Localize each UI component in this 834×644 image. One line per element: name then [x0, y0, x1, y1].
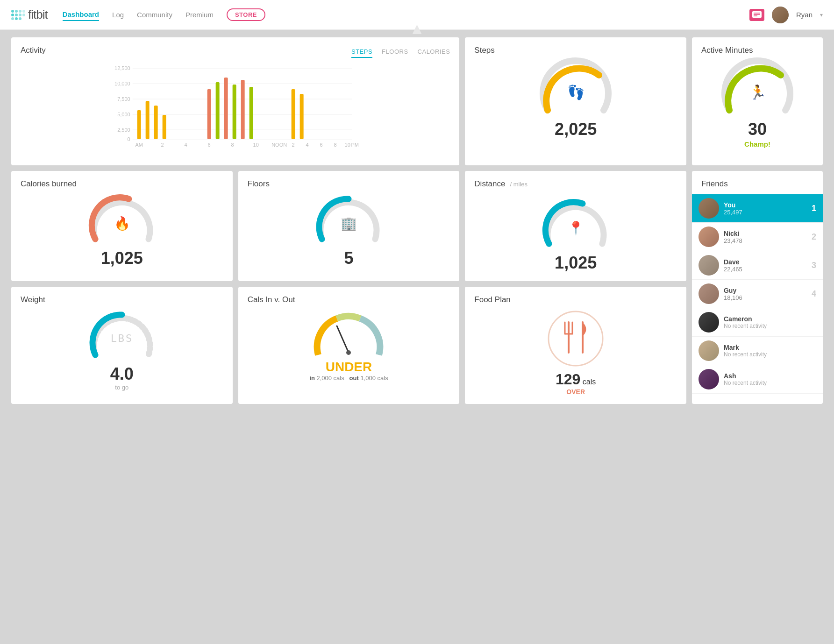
champ-label: Champ! — [744, 140, 770, 148]
friend-item-cameron[interactable]: Cameron No recent activity — [692, 308, 823, 337]
floors-title: Floors — [248, 179, 270, 188]
floors-gauge-svg: 🏢 — [314, 192, 384, 248]
friend-item-nicki[interactable]: Nicki 23,478 2 — [692, 223, 823, 251]
friend-avatar-nicki — [699, 226, 719, 247]
activity-title: Activity — [21, 46, 46, 55]
friend-info-cameron: Cameron No recent activity — [724, 315, 816, 329]
steps-gauge-svg: 👣 — [538, 59, 613, 120]
cals-status: UNDER — [326, 360, 372, 375]
avatar[interactable] — [772, 7, 789, 23]
friend-info-ash: Ash No recent activity — [724, 372, 816, 386]
friend-steps-you: 25,497 — [724, 209, 802, 216]
active-minutes-gauge-svg: 🏃 — [720, 59, 795, 120]
logo-text: fitbit — [28, 7, 48, 22]
food-plan-icon-svg — [545, 308, 606, 369]
nav-dashboard[interactable]: Dashboard — [63, 8, 99, 21]
cals-in-out-title: Cals In v. Out — [248, 295, 295, 304]
friend-item-dave[interactable]: Dave 22,465 3 — [692, 251, 823, 280]
logo[interactable]: fitbit — [11, 7, 48, 22]
calories-burned-gauge: 🔥 1,025 — [21, 189, 223, 268]
friend-steps-nicki: 23,478 — [724, 237, 802, 244]
distance-title: Distance — [474, 179, 505, 189]
friend-avatar-ash — [699, 369, 719, 389]
username[interactable]: Ryan — [796, 11, 813, 19]
svg-text:4: 4 — [185, 142, 187, 148]
friend-activity-ash: No recent activity — [724, 380, 816, 386]
friend-item-you[interactable]: You 25,497 1 — [692, 194, 823, 223]
friend-avatar-guy — [699, 283, 719, 304]
friends-title: Friends — [692, 171, 823, 194]
friend-avatar-you — [699, 198, 719, 219]
activity-chart: 12,500 10,000 7,500 5,000 2,500 0 — [21, 64, 450, 157]
svg-text:2: 2 — [292, 142, 295, 148]
svg-text:🏢: 🏢 — [341, 216, 357, 231]
store-button[interactable]: STORE — [227, 8, 265, 21]
friend-item-ash[interactable]: Ash No recent activity — [692, 365, 823, 394]
weight-label: to go — [115, 384, 128, 391]
active-minutes-title: Active Minutes — [701, 46, 753, 55]
svg-text:10: 10 — [253, 142, 259, 148]
chat-icon — [752, 11, 762, 19]
friend-rank-dave: 3 — [807, 261, 816, 270]
food-plan-unit: cals — [583, 378, 596, 386]
svg-rect-21 — [216, 82, 220, 139]
svg-line-47 — [337, 326, 349, 353]
svg-text:8: 8 — [231, 142, 234, 148]
friend-rank-guy: 4 — [807, 289, 816, 299]
svg-rect-24 — [241, 80, 245, 139]
friend-name-you: You — [724, 201, 802, 209]
svg-rect-17 — [146, 101, 150, 139]
activity-chart-svg: 12,500 10,000 7,500 5,000 2,500 0 — [21, 64, 450, 150]
svg-rect-23 — [233, 85, 236, 139]
tab-floors[interactable]: FLOORS — [382, 48, 408, 58]
svg-text:6: 6 — [320, 142, 323, 148]
steps-value: 2,025 — [555, 120, 597, 139]
friend-name-nicki: Nicki — [724, 230, 802, 237]
svg-text:12,500: 12,500 — [114, 65, 130, 71]
friend-avatar-cameron — [699, 312, 719, 333]
svg-text:10,000: 10,000 — [114, 81, 130, 86]
user-dropdown-icon[interactable]: ▾ — [820, 12, 823, 18]
nav-log[interactable]: Log — [112, 9, 124, 21]
tab-calories[interactable]: CALORIES — [418, 48, 450, 58]
distance-gauge-svg: 📍 — [541, 197, 611, 253]
food-plan-title: Food Plan — [474, 295, 511, 304]
cals-gauge-svg — [311, 308, 386, 360]
dashboard-content: Activity STEPS FLOORS CALORIES — [0, 30, 834, 415]
steps-gauge: 👣 2,025 — [474, 55, 677, 139]
svg-text:🏃: 🏃 — [748, 84, 766, 101]
nav-links: Dashboard Log Community Premium STORE — [63, 8, 749, 21]
cals-in-out-card: Cals In v. Out UNDER in 2,000 cals out 1… — [238, 287, 460, 404]
calories-burned-value: 1,025 — [101, 248, 143, 268]
nav-premium[interactable]: Premium — [185, 9, 214, 21]
svg-rect-16 — [137, 110, 141, 139]
friend-activity-mark: No recent activity — [724, 351, 816, 358]
friend-steps-guy: 18,106 — [724, 294, 802, 301]
svg-text:7,500: 7,500 — [117, 96, 130, 102]
friend-info-dave: Dave 22,465 — [724, 258, 802, 273]
svg-rect-20 — [207, 89, 211, 139]
tab-steps[interactable]: STEPS — [351, 48, 372, 58]
friend-item-mark[interactable]: Mark No recent activity — [692, 337, 823, 365]
logo-dots — [11, 10, 25, 20]
svg-text:AM: AM — [135, 142, 143, 148]
nav-community[interactable]: Community — [137, 9, 172, 21]
svg-rect-22 — [224, 78, 228, 139]
distance-card: Distance / miles 📍 1,025 — [465, 171, 686, 281]
weight-gauge: LBS 4.0 to go — [21, 304, 223, 391]
svg-text:0: 0 — [128, 136, 130, 142]
friends-card: Friends You 25,497 1 Nicki 23,478 2 — [692, 171, 823, 404]
svg-text:LBS: LBS — [110, 333, 133, 344]
friend-avatar-dave — [699, 255, 719, 276]
cals-detail: in 2,000 cals out 1,000 cals — [309, 375, 388, 382]
weight-gauge-svg: LBS — [87, 308, 157, 364]
svg-text:2: 2 — [161, 142, 164, 148]
friend-item-guy[interactable]: Guy 18,106 4 — [692, 280, 823, 308]
svg-text:🔥: 🔥 — [114, 216, 130, 231]
messages-icon[interactable] — [749, 9, 764, 21]
friend-rank-you: 1 — [807, 204, 816, 213]
food-plan-status: OVER — [566, 388, 585, 396]
distance-gauge: 📍 1,025 — [474, 193, 677, 273]
weight-card: Weight LBS 4.0 to go — [11, 287, 233, 404]
friend-rank-nicki: 2 — [807, 232, 816, 242]
